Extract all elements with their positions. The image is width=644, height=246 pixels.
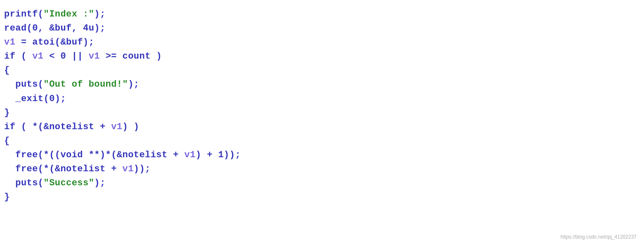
watermark-text: https://blog.csdn.net/qq_41202237	[561, 233, 637, 241]
code-line-2: read(0, &buf, 4u);	[4, 21, 636, 35]
code-line-7: _exit(0);	[4, 92, 636, 106]
code-line-1: printf("Index :");	[4, 7, 636, 21]
code-line-5: {	[4, 64, 636, 78]
code-line-9: if ( *(&notelist + v1) )	[4, 120, 636, 134]
code-line-12: free(*(&notelist + v1));	[4, 162, 636, 176]
code-line-13: puts("Success");	[4, 176, 636, 190]
code-line-8: }	[4, 106, 636, 120]
code-line-10: {	[4, 134, 636, 148]
code-line-3: v1 = atoi(&buf);	[4, 35, 636, 50]
code-line-4: if ( v1 < 0 || v1 >= count )	[4, 50, 636, 64]
code-block: printf("Index :"); read(0, &buf, 4u); v1…	[0, 0, 644, 246]
code-line-11: free(*((void **)*(&notelist + v1) + 1));	[4, 148, 636, 162]
code-line-14: }	[4, 190, 636, 204]
code-line-6: puts("Out of bound!");	[4, 78, 636, 92]
